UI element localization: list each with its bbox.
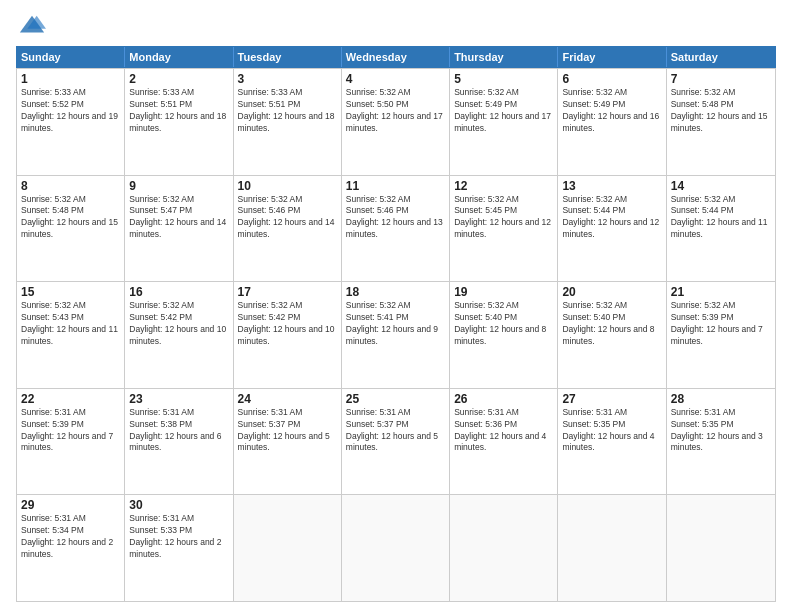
- day-info: Sunrise: 5:32 AMSunset: 5:44 PMDaylight:…: [562, 194, 661, 242]
- calendar-cell: 28 Sunrise: 5:31 AMSunset: 5:35 PMDaylig…: [667, 389, 775, 495]
- calendar-cell: 18 Sunrise: 5:32 AMSunset: 5:41 PMDaylig…: [342, 282, 450, 388]
- calendar-cell: [342, 495, 450, 601]
- day-number: 13: [562, 179, 661, 193]
- calendar-cell: 30 Sunrise: 5:31 AMSunset: 5:33 PMDaylig…: [125, 495, 233, 601]
- day-info: Sunrise: 5:31 AMSunset: 5:36 PMDaylight:…: [454, 407, 553, 455]
- day-number: 24: [238, 392, 337, 406]
- day-info: Sunrise: 5:31 AMSunset: 5:39 PMDaylight:…: [21, 407, 120, 455]
- calendar-cell: 15 Sunrise: 5:32 AMSunset: 5:43 PMDaylig…: [17, 282, 125, 388]
- day-number: 15: [21, 285, 120, 299]
- calendar-cell: 13 Sunrise: 5:32 AMSunset: 5:44 PMDaylig…: [558, 176, 666, 282]
- day-number: 11: [346, 179, 445, 193]
- calendar-cell: 12 Sunrise: 5:32 AMSunset: 5:45 PMDaylig…: [450, 176, 558, 282]
- calendar-cell: [667, 495, 775, 601]
- day-info: Sunrise: 5:32 AMSunset: 5:44 PMDaylight:…: [671, 194, 771, 242]
- day-number: 26: [454, 392, 553, 406]
- day-info: Sunrise: 5:32 AMSunset: 5:47 PMDaylight:…: [129, 194, 228, 242]
- header-day-tuesday: Tuesday: [234, 47, 342, 67]
- day-info: Sunrise: 5:31 AMSunset: 5:34 PMDaylight:…: [21, 513, 120, 561]
- calendar-cell: 5 Sunrise: 5:32 AMSunset: 5:49 PMDayligh…: [450, 69, 558, 175]
- calendar-cell: [234, 495, 342, 601]
- calendar-cell: 20 Sunrise: 5:32 AMSunset: 5:40 PMDaylig…: [558, 282, 666, 388]
- day-number: 30: [129, 498, 228, 512]
- calendar-cell: 10 Sunrise: 5:32 AMSunset: 5:46 PMDaylig…: [234, 176, 342, 282]
- day-info: Sunrise: 5:32 AMSunset: 5:40 PMDaylight:…: [562, 300, 661, 348]
- day-info: Sunrise: 5:32 AMSunset: 5:40 PMDaylight:…: [454, 300, 553, 348]
- day-info: Sunrise: 5:32 AMSunset: 5:46 PMDaylight:…: [238, 194, 337, 242]
- calendar-week-1: 1 Sunrise: 5:33 AMSunset: 5:52 PMDayligh…: [17, 68, 775, 175]
- day-info: Sunrise: 5:32 AMSunset: 5:48 PMDaylight:…: [21, 194, 120, 242]
- day-info: Sunrise: 5:31 AMSunset: 5:37 PMDaylight:…: [238, 407, 337, 455]
- header-row: [16, 12, 776, 40]
- day-info: Sunrise: 5:33 AMSunset: 5:51 PMDaylight:…: [129, 87, 228, 135]
- day-number: 19: [454, 285, 553, 299]
- day-number: 23: [129, 392, 228, 406]
- day-info: Sunrise: 5:32 AMSunset: 5:49 PMDaylight:…: [454, 87, 553, 135]
- day-info: Sunrise: 5:32 AMSunset: 5:48 PMDaylight:…: [671, 87, 771, 135]
- day-number: 10: [238, 179, 337, 193]
- calendar-cell: 4 Sunrise: 5:32 AMSunset: 5:50 PMDayligh…: [342, 69, 450, 175]
- calendar-header: SundayMondayTuesdayWednesdayThursdayFrid…: [16, 46, 776, 68]
- day-number: 5: [454, 72, 553, 86]
- header-day-wednesday: Wednesday: [342, 47, 450, 67]
- day-number: 6: [562, 72, 661, 86]
- day-info: Sunrise: 5:32 AMSunset: 5:43 PMDaylight:…: [21, 300, 120, 348]
- day-number: 29: [21, 498, 120, 512]
- day-info: Sunrise: 5:32 AMSunset: 5:41 PMDaylight:…: [346, 300, 445, 348]
- header-day-friday: Friday: [558, 47, 666, 67]
- day-info: Sunrise: 5:32 AMSunset: 5:50 PMDaylight:…: [346, 87, 445, 135]
- day-info: Sunrise: 5:31 AMSunset: 5:33 PMDaylight:…: [129, 513, 228, 561]
- calendar-cell: 2 Sunrise: 5:33 AMSunset: 5:51 PMDayligh…: [125, 69, 233, 175]
- header-day-sunday: Sunday: [17, 47, 125, 67]
- calendar-cell: 1 Sunrise: 5:33 AMSunset: 5:52 PMDayligh…: [17, 69, 125, 175]
- calendar-cell: [558, 495, 666, 601]
- calendar-cell: 9 Sunrise: 5:32 AMSunset: 5:47 PMDayligh…: [125, 176, 233, 282]
- calendar-cell: [450, 495, 558, 601]
- header-day-saturday: Saturday: [667, 47, 775, 67]
- calendar-cell: 19 Sunrise: 5:32 AMSunset: 5:40 PMDaylig…: [450, 282, 558, 388]
- day-number: 8: [21, 179, 120, 193]
- day-number: 17: [238, 285, 337, 299]
- calendar-cell: 27 Sunrise: 5:31 AMSunset: 5:35 PMDaylig…: [558, 389, 666, 495]
- day-number: 27: [562, 392, 661, 406]
- calendar-week-4: 22 Sunrise: 5:31 AMSunset: 5:39 PMDaylig…: [17, 388, 775, 495]
- day-info: Sunrise: 5:31 AMSunset: 5:35 PMDaylight:…: [671, 407, 771, 455]
- day-info: Sunrise: 5:33 AMSunset: 5:52 PMDaylight:…: [21, 87, 120, 135]
- calendar-cell: 6 Sunrise: 5:32 AMSunset: 5:49 PMDayligh…: [558, 69, 666, 175]
- day-number: 16: [129, 285, 228, 299]
- calendar-cell: 21 Sunrise: 5:32 AMSunset: 5:39 PMDaylig…: [667, 282, 775, 388]
- day-number: 14: [671, 179, 771, 193]
- calendar-cell: 17 Sunrise: 5:32 AMSunset: 5:42 PMDaylig…: [234, 282, 342, 388]
- calendar: SundayMondayTuesdayWednesdayThursdayFrid…: [16, 46, 776, 602]
- calendar-cell: 14 Sunrise: 5:32 AMSunset: 5:44 PMDaylig…: [667, 176, 775, 282]
- day-info: Sunrise: 5:32 AMSunset: 5:39 PMDaylight:…: [671, 300, 771, 348]
- day-number: 18: [346, 285, 445, 299]
- day-number: 25: [346, 392, 445, 406]
- day-info: Sunrise: 5:32 AMSunset: 5:42 PMDaylight:…: [238, 300, 337, 348]
- calendar-cell: 25 Sunrise: 5:31 AMSunset: 5:37 PMDaylig…: [342, 389, 450, 495]
- day-number: 28: [671, 392, 771, 406]
- day-info: Sunrise: 5:31 AMSunset: 5:37 PMDaylight:…: [346, 407, 445, 455]
- calendar-week-5: 29 Sunrise: 5:31 AMSunset: 5:34 PMDaylig…: [17, 494, 775, 601]
- calendar-cell: 22 Sunrise: 5:31 AMSunset: 5:39 PMDaylig…: [17, 389, 125, 495]
- day-number: 20: [562, 285, 661, 299]
- day-number: 7: [671, 72, 771, 86]
- day-info: Sunrise: 5:32 AMSunset: 5:45 PMDaylight:…: [454, 194, 553, 242]
- day-info: Sunrise: 5:32 AMSunset: 5:46 PMDaylight:…: [346, 194, 445, 242]
- page: SundayMondayTuesdayWednesdayThursdayFrid…: [0, 0, 792, 612]
- day-number: 12: [454, 179, 553, 193]
- calendar-cell: 11 Sunrise: 5:32 AMSunset: 5:46 PMDaylig…: [342, 176, 450, 282]
- day-number: 22: [21, 392, 120, 406]
- calendar-cell: 29 Sunrise: 5:31 AMSunset: 5:34 PMDaylig…: [17, 495, 125, 601]
- calendar-cell: 26 Sunrise: 5:31 AMSunset: 5:36 PMDaylig…: [450, 389, 558, 495]
- calendar-cell: 24 Sunrise: 5:31 AMSunset: 5:37 PMDaylig…: [234, 389, 342, 495]
- day-number: 1: [21, 72, 120, 86]
- day-number: 2: [129, 72, 228, 86]
- calendar-body: 1 Sunrise: 5:33 AMSunset: 5:52 PMDayligh…: [16, 68, 776, 602]
- day-info: Sunrise: 5:32 AMSunset: 5:49 PMDaylight:…: [562, 87, 661, 135]
- logo-icon: [18, 12, 46, 40]
- calendar-cell: 16 Sunrise: 5:32 AMSunset: 5:42 PMDaylig…: [125, 282, 233, 388]
- calendar-cell: 3 Sunrise: 5:33 AMSunset: 5:51 PMDayligh…: [234, 69, 342, 175]
- day-number: 3: [238, 72, 337, 86]
- header-day-thursday: Thursday: [450, 47, 558, 67]
